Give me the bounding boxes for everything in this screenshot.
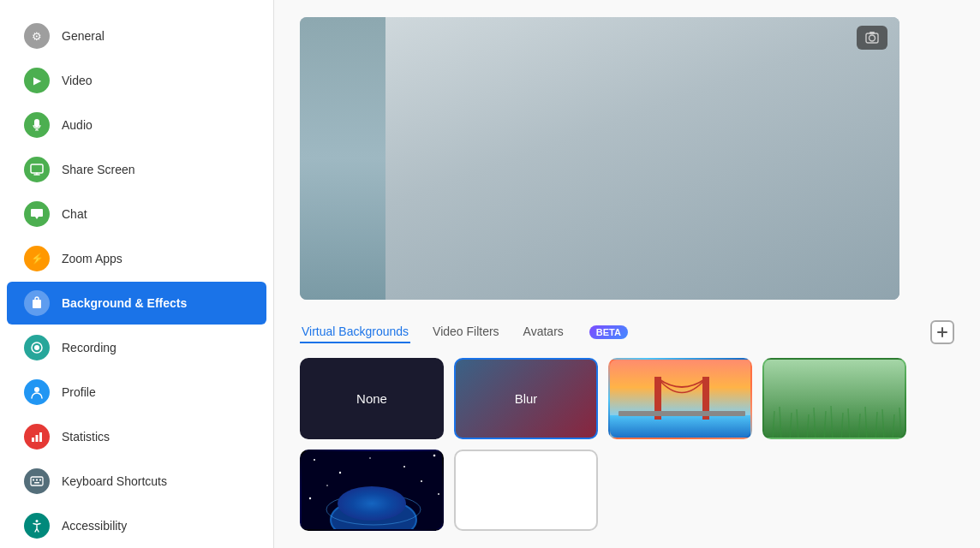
main-content: Virtual Backgrounds Video Filters Avatar… [274,0,980,548]
sidebar-item-zoom-apps[interactable]: ⚡ Zoom Apps [7,237,266,280]
sidebar-item-video[interactable]: ▶ Video [7,59,266,102]
svg-rect-41 [302,451,444,531]
svg-point-15 [869,35,875,41]
svg-rect-24 [764,360,906,439]
svg-point-44 [369,457,371,459]
svg-rect-11 [39,480,41,481]
sidebar-item-general[interactable]: ⚙ General [7,15,266,57]
svg-point-46 [433,455,436,457]
svg-point-43 [339,472,341,474]
bg-tile-blank[interactable] [454,450,598,531]
tab-video-filters[interactable]: Video Filters [431,321,501,343]
general-icon: ⚙ [24,23,50,49]
video-icon: ▶ [24,68,50,93]
video-preview [300,17,899,300]
svg-point-3 [34,345,39,350]
sidebar-item-statistics[interactable]: Statistics [7,415,266,458]
svg-rect-5 [32,438,34,442]
svg-rect-23 [618,411,745,416]
svg-point-42 [314,459,315,461]
sidebar-label-video: Video [62,74,93,87]
audio-icon [24,112,50,138]
background-tiles: None Blur [300,358,954,531]
sidebar-label-audio: Audio [62,118,93,132]
svg-rect-16 [869,32,875,34]
svg-point-50 [438,493,439,495]
sidebar-item-share-screen[interactable]: Share Screen [7,148,266,191]
profile-icon [24,379,50,405]
accessibility-icon [24,513,50,539]
sidebar-label-background-effects: Background & Effects [62,296,187,310]
sidebar-item-recording[interactable]: Recording [7,326,266,369]
bg-tile-none-label: None [356,391,387,406]
sidebar-label-accessibility: Accessibility [62,519,127,533]
svg-rect-1 [33,300,41,308]
sidebar-item-chat[interactable]: Chat [7,193,266,235]
svg-point-48 [421,480,422,482]
svg-point-13 [36,520,39,522]
sidebar-label-recording: Recording [62,341,117,354]
svg-rect-12 [34,482,39,484]
tab-virtual-backgrounds[interactable]: Virtual Backgrounds [300,321,410,343]
svg-rect-0 [31,164,43,173]
svg-point-45 [403,466,405,468]
svg-rect-10 [36,480,38,481]
svg-point-4 [34,387,39,392]
sidebar-label-general: General [62,29,105,43]
sidebar-label-chat: Chat [62,207,87,221]
share-screen-icon [24,157,50,182]
tabs-row: Virtual Backgrounds Video Filters Avatar… [300,320,954,344]
bg-tile-blur[interactable]: Blur [454,358,598,439]
recording-icon [24,335,50,360]
sidebar-item-accessibility[interactable]: Accessibility [7,504,266,547]
svg-point-47 [326,485,328,486]
bg-tile-none[interactable]: None [300,358,444,439]
sidebar-item-audio[interactable]: Audio [7,104,266,146]
sidebar: ⚙ General ▶ Video Audio Share Screen Cha… [0,0,274,548]
svg-point-51 [331,498,416,531]
bg-tile-space[interactable] [300,450,444,531]
zoom-apps-icon: ⚡ [24,246,50,271]
bg-tile-blur-label: Blur [515,391,538,406]
keyboard-shortcuts-icon [24,468,50,494]
tab-avatars[interactable]: Avatars [522,321,565,343]
camera-switch-icon[interactable] [857,26,887,50]
sidebar-label-share-screen: Share Screen [62,163,135,176]
sidebar-item-background-effects[interactable]: Background & Effects [7,282,266,325]
sidebar-label-profile: Profile [62,385,96,399]
video-preview-main-panel [385,17,899,300]
bg-tile-grass[interactable] [762,358,906,439]
svg-point-49 [309,497,311,499]
sidebar-item-keyboard-shortcuts[interactable]: Keyboard Shortcuts [7,460,266,503]
svg-rect-9 [33,480,34,481]
sidebar-label-keyboard-shortcuts: Keyboard Shortcuts [62,474,167,488]
sidebar-item-profile[interactable]: Profile [7,371,266,414]
svg-rect-8 [31,477,43,485]
add-background-button[interactable] [930,320,954,344]
sidebar-label-statistics: Statistics [62,430,110,444]
bg-tile-bridge[interactable] [608,358,752,439]
chat-icon [24,201,50,227]
background-effects-icon [24,290,50,316]
statistics-icon [24,424,50,450]
svg-rect-6 [36,435,39,442]
beta-badge: BETA [589,325,628,339]
svg-rect-20 [610,415,752,439]
sidebar-label-zoom-apps: Zoom Apps [62,252,122,265]
svg-rect-7 [39,432,42,442]
